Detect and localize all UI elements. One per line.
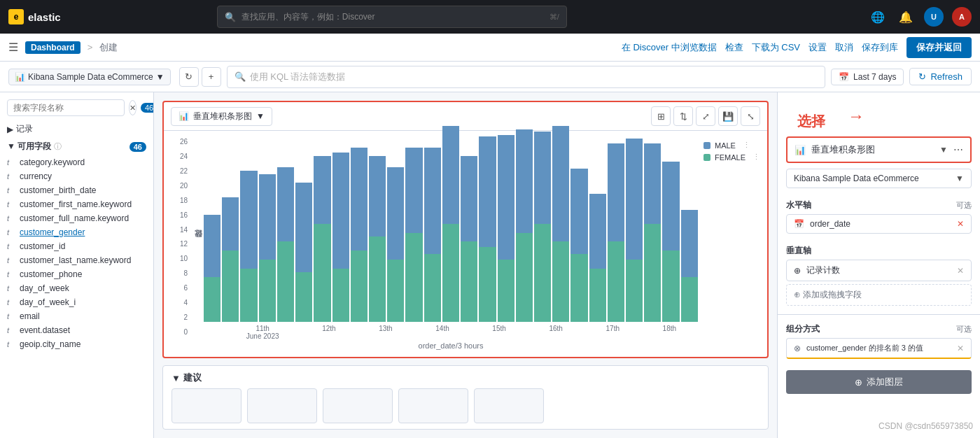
chart-filter-icon[interactable]: ⊞ bbox=[651, 106, 671, 126]
sidebar-field-item[interactable]: tcustomer_full_name.keyword bbox=[0, 211, 153, 225]
bar-group[interactable] bbox=[314, 138, 330, 322]
chart-zoom-icon[interactable]: ⤢ bbox=[696, 106, 715, 126]
sidebar-field-item[interactable]: tcustomer_last_name.keyword bbox=[0, 253, 153, 267]
field-type-icon: t bbox=[7, 340, 15, 348]
suggestion-item[interactable] bbox=[398, 388, 468, 423]
bar-group[interactable] bbox=[442, 138, 459, 322]
bar-group[interactable] bbox=[626, 138, 643, 322]
records-label: 记录 bbox=[16, 123, 33, 135]
horizontal-axis-label: 水平轴 可选 bbox=[778, 194, 980, 214]
search-fields-input[interactable] bbox=[7, 99, 125, 116]
sidebar-field-item[interactable]: temail bbox=[0, 309, 153, 323]
download-csv-link[interactable]: 下载为 CSV bbox=[752, 41, 800, 54]
vis-more-icon[interactable]: ⋯ bbox=[953, 144, 963, 155]
cancel-link[interactable]: 取消 bbox=[835, 41, 853, 54]
elastic-logo[interactable]: e elastic bbox=[8, 9, 61, 24]
suggestion-item[interactable] bbox=[323, 388, 393, 423]
bar-group[interactable] bbox=[405, 138, 422, 322]
filter-plus-icon[interactable]: + bbox=[202, 67, 221, 87]
sidebar-field-item[interactable]: tcategory.keyword bbox=[0, 155, 153, 169]
datasource-selector[interactable]: Kibana Sample Data eCommerce ▼ bbox=[786, 169, 972, 188]
sidebar-field-item[interactable]: tevent.dataset bbox=[0, 323, 153, 337]
sidebar-field-item[interactable]: tcustomer_phone bbox=[0, 267, 153, 281]
remove-groupby-field-icon[interactable]: ✕ bbox=[957, 344, 964, 353]
user-avatar-1[interactable]: U bbox=[924, 7, 944, 27]
records-section[interactable]: ▶ 记录 bbox=[0, 120, 153, 138]
bar-group[interactable] bbox=[204, 138, 220, 322]
discover-link[interactable]: 在 Discover 中浏览数据 bbox=[622, 41, 717, 54]
legend-label: MALE bbox=[715, 141, 736, 150]
save-return-button[interactable]: 保存并返回 bbox=[906, 37, 972, 58]
bar-group[interactable] bbox=[369, 138, 386, 322]
bar-group[interactable] bbox=[644, 138, 661, 322]
sidebar-field-item[interactable]: tcustomer_birth_date bbox=[0, 183, 153, 197]
user-avatar-2[interactable]: A bbox=[952, 7, 972, 27]
add-layer-button[interactable]: ⊕ 添加图层 bbox=[786, 370, 972, 394]
chart-sort-icon[interactable]: ⇅ bbox=[673, 106, 693, 126]
bar-group[interactable] bbox=[351, 138, 368, 322]
add-field-button[interactable]: ⊕ 添加或拖拽字段 bbox=[786, 284, 972, 306]
sidebar-field-item[interactable]: tday_of_week_i bbox=[0, 295, 153, 309]
chart-save-icon[interactable]: 💾 bbox=[718, 106, 738, 126]
bar-group[interactable] bbox=[608, 138, 624, 322]
remove-vertical-field-icon[interactable]: ✕ bbox=[957, 266, 964, 276]
field-name: customer_id bbox=[20, 241, 65, 251]
legend-item: MALE⋮ bbox=[704, 141, 760, 150]
filter-toolbar: 📊 Kibana Sample Data eCommerce ▼ ↻ + 🔍 使… bbox=[0, 62, 980, 92]
bar-group[interactable] bbox=[461, 138, 477, 322]
bar-group[interactable] bbox=[681, 138, 698, 322]
vis-type-selector[interactable]: 📊 垂直堆积条形图 ▼ ⋯ bbox=[786, 136, 972, 163]
legend-menu-icon[interactable]: ⋮ bbox=[743, 141, 750, 150]
chart-type-selector[interactable]: 📊 垂直堆积条形图 ▼ bbox=[171, 107, 272, 126]
settings-link[interactable]: 设置 bbox=[808, 41, 827, 54]
bar-group[interactable] bbox=[240, 138, 257, 322]
bar-group[interactable] bbox=[259, 138, 276, 322]
bar-group[interactable] bbox=[589, 138, 606, 322]
bar-group[interactable] bbox=[479, 138, 496, 322]
chart-type-chevron-icon: ▼ bbox=[256, 111, 265, 121]
bar-group[interactable] bbox=[534, 138, 551, 322]
bar-group[interactable] bbox=[387, 138, 404, 322]
filter-refresh-icon[interactable]: ↻ bbox=[179, 67, 199, 87]
legend-menu-icon[interactable]: ⋮ bbox=[752, 153, 760, 162]
sidebar: ✕ 46 ▶ 记录 ▼ 可用字段 ⓘ 46 tcategory.keywordt… bbox=[0, 92, 154, 438]
sidebar-field-item[interactable]: tday_of_week bbox=[0, 281, 153, 295]
sidebar-field-item[interactable]: tcustomer_id bbox=[0, 239, 153, 253]
inspect-link[interactable]: 检查 bbox=[725, 41, 743, 54]
top-navigation: e elastic 🔍 查找应用、内容等，例如：Discover ⌘/ 🌐 🔔 … bbox=[0, 0, 980, 34]
bar-group[interactable] bbox=[277, 138, 294, 322]
bar-group[interactable] bbox=[498, 138, 514, 322]
clear-search-button[interactable]: ✕ bbox=[129, 100, 136, 115]
sidebar-field-item[interactable]: tcustomer_first_name.keyword bbox=[0, 197, 153, 211]
global-search[interactable]: 🔍 查找应用、内容等，例如：Discover ⌘/ bbox=[217, 6, 567, 28]
dashboard-badge[interactable]: Dashboard bbox=[25, 41, 80, 54]
vis-type-name: 垂直堆积条形图 bbox=[811, 143, 934, 156]
suggestion-item[interactable] bbox=[172, 388, 241, 423]
bar-group[interactable] bbox=[332, 138, 349, 322]
suggestion-item[interactable] bbox=[474, 388, 544, 423]
bar-group[interactable] bbox=[570, 138, 587, 322]
bar-female bbox=[204, 277, 220, 322]
index-selector[interactable]: 📊 Kibana Sample Data eCommerce ▼ bbox=[8, 69, 171, 85]
globe-icon[interactable]: 🌐 bbox=[868, 7, 888, 27]
refresh-button[interactable]: ↻ Refresh bbox=[909, 68, 972, 85]
remove-horizontal-field-icon[interactable]: ✕ bbox=[957, 219, 964, 229]
bar-group[interactable] bbox=[424, 138, 441, 322]
sidebar-field-item[interactable]: tcurrency bbox=[0, 169, 153, 183]
bar-group[interactable] bbox=[552, 138, 569, 322]
chart-expand-icon[interactable]: ⤡ bbox=[741, 106, 760, 126]
bar-group[interactable] bbox=[295, 138, 312, 322]
bell-icon[interactable]: 🔔 bbox=[896, 7, 916, 27]
x-tick-label: 18th bbox=[663, 325, 676, 340]
save-to-lib-link[interactable]: 保存到库 bbox=[862, 41, 898, 54]
sidebar-field-item[interactable]: tgeoip.city_name bbox=[0, 337, 153, 351]
sidebar-field-item[interactable]: tcustomer_gender bbox=[0, 225, 153, 239]
hamburger-menu[interactable]: ☰ bbox=[8, 41, 18, 54]
suggestion-item[interactable] bbox=[247, 388, 317, 423]
bar-group[interactable] bbox=[662, 138, 679, 322]
bar-male bbox=[314, 156, 330, 224]
kql-input[interactable]: 🔍 使用 KQL 语法筛选数据 bbox=[227, 66, 825, 88]
bar-group[interactable] bbox=[222, 138, 239, 322]
time-range-picker[interactable]: 📅 Last 7 days bbox=[831, 69, 904, 85]
bar-group[interactable] bbox=[516, 138, 533, 322]
